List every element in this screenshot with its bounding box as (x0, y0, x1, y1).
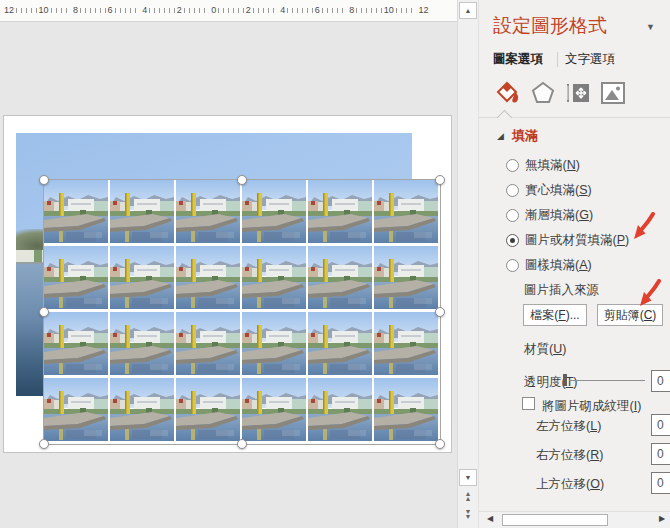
radio-unselected-icon[interactable] (506, 259, 519, 272)
pane-title-dropdown-icon[interactable]: ▼ (646, 22, 655, 32)
selection-handle[interactable] (435, 439, 445, 449)
ruler-number: 6 (315, 6, 320, 15)
ruler-segment: 2 (177, 6, 212, 15)
ruler-ticks (51, 8, 72, 13)
selection-handle[interactable] (237, 175, 247, 185)
offset-left-value-input[interactable]: 0 (651, 414, 670, 436)
tab-shape-options[interactable]: 圖案選項 (493, 51, 543, 68)
tiled-picture-fill (44, 180, 440, 444)
ruler-ticks (16, 8, 37, 13)
picture-icon[interactable] (600, 80, 626, 106)
ruler-segment: 10 (39, 6, 74, 15)
ruler-ticks (396, 8, 417, 13)
fill-paint-bucket-icon[interactable] (495, 80, 521, 106)
fill-option-label: 圖樣填滿(A) (525, 257, 592, 274)
ruler-number: 4 (142, 6, 147, 15)
tiled-picture-shape[interactable] (44, 180, 440, 444)
fill-option-s[interactable]: 實心填滿(S) (506, 180, 592, 200)
texture-label[interactable]: 材質(U) (524, 341, 566, 358)
effects-pentagon-icon[interactable] (530, 80, 556, 106)
selection-handle[interactable] (237, 439, 247, 449)
radio-unselected-icon[interactable] (506, 159, 519, 172)
annotation-arrow-clipboard (638, 279, 662, 309)
ruler-segment: 4 (142, 6, 177, 15)
ruler-number: 2 (177, 6, 182, 15)
offset-right-label: 右方位移(R) (536, 447, 603, 464)
ruler-number: 4 (280, 6, 285, 15)
ruler-ticks (184, 8, 210, 13)
transparency-label: 透明度(T) (524, 374, 577, 391)
ruler-ticks (356, 8, 382, 13)
offset-right-value-input[interactable]: 0 (651, 443, 670, 465)
ruler-segment: 8 (349, 6, 384, 15)
radio-unselected-icon[interactable] (506, 209, 519, 222)
ruler-ticks (80, 8, 106, 13)
ruler-ticks (322, 8, 348, 13)
tile-as-texture-checkbox[interactable] (522, 397, 535, 410)
radio-selected-icon[interactable] (506, 234, 519, 247)
selection-handle[interactable] (435, 307, 445, 317)
fill-option-label: 漸層填滿(G) (525, 207, 593, 224)
fill-option-label: 無填滿(N) (525, 157, 580, 174)
horizontal-scroll-thumb[interactable] (502, 514, 608, 526)
ruler-segment: 12 (4, 6, 39, 15)
radio-unselected-icon[interactable] (506, 184, 519, 197)
ruler-ticks (253, 8, 279, 13)
ruler-number: 12 (418, 6, 428, 15)
pane-horizontal-scrollbar[interactable]: ◀ ▶ (479, 511, 670, 528)
ruler-ticks (149, 8, 175, 13)
vertical-scrollbar[interactable]: ▲ ▼ ▲▲ ▼▼ (457, 0, 478, 528)
ruler-segment: 4 (280, 6, 315, 15)
ruler-number: 8 (349, 6, 354, 15)
ruler-number: 0 (211, 6, 216, 15)
transparency-value-input[interactable]: 0 (651, 370, 670, 392)
fill-option-label: 實心填滿(S) (525, 182, 592, 199)
selection-handle[interactable] (39, 175, 49, 185)
fill-option-g[interactable]: 漸層填滿(G) (506, 205, 593, 225)
scroll-right-button[interactable]: ▶ (659, 514, 665, 523)
pane-title: 設定圖形格式 (493, 13, 607, 39)
ruler-number: 12 (4, 6, 14, 15)
ruler-number: 8 (73, 6, 78, 15)
ruler-ticks (287, 8, 313, 13)
fill-option-a[interactable]: 圖樣填滿(A) (506, 255, 592, 275)
file-button[interactable]: 檔案(F)... (523, 304, 587, 326)
tab-separator (557, 52, 558, 67)
ruler-segment: 12 (418, 6, 453, 15)
ruler-segment: 6 (108, 6, 143, 15)
scroll-up-button[interactable]: ▲ (459, 2, 477, 19)
ruler-segment: 0 (211, 6, 246, 15)
tile-as-texture-label[interactable]: 將圖片砌成紋理(I) (542, 398, 641, 415)
scroll-down-button[interactable]: ▼ (459, 469, 477, 486)
offset-top-label: 上方位移(O) (536, 476, 604, 493)
ruler-segment: 8 (73, 6, 108, 15)
ruler-number: 2 (246, 6, 251, 15)
scroll-left-button[interactable]: ◀ (487, 514, 493, 523)
horizontal-ruler[interactable]: 12108642024681012 (0, 0, 457, 22)
powerpoint-window: 12108642024681012 (0, 0, 670, 528)
fill-section-title: 填滿 (512, 127, 538, 145)
ruler-number: 10 (384, 6, 394, 15)
next-slide-button[interactable]: ▼▼ (459, 509, 477, 519)
previous-slide-button[interactable]: ▲▲ (459, 491, 477, 501)
transparency-slider-track[interactable] (569, 380, 645, 381)
active-icon-caret (497, 110, 513, 126)
ruler-segment: 6 (315, 6, 350, 15)
offset-left-label: 左方位移(L) (536, 418, 601, 435)
transparency-slider-thumb[interactable] (563, 374, 567, 386)
ruler-segment: 10 (384, 6, 419, 15)
ruler-segment: 2 (246, 6, 281, 15)
annotation-arrow-picture-fill (632, 212, 656, 242)
fill-option-n[interactable]: 無填滿(N) (506, 155, 580, 175)
selection-handle[interactable] (435, 175, 445, 185)
fill-section-header[interactable]: ◢ 填滿 (497, 127, 538, 145)
tab-text-options[interactable]: 文字選項 (565, 51, 615, 68)
size-properties-icon[interactable] (565, 80, 591, 106)
selection-handle[interactable] (39, 307, 49, 317)
ruler-number: 6 (108, 6, 113, 15)
offset-top-value-input[interactable]: 0 (651, 472, 670, 494)
fill-option-p[interactable]: 圖片或材質填滿(P) (506, 230, 629, 250)
section-expand-icon: ◢ (497, 131, 504, 141)
ruler-ticks (115, 8, 141, 13)
selection-handle[interactable] (39, 439, 49, 449)
